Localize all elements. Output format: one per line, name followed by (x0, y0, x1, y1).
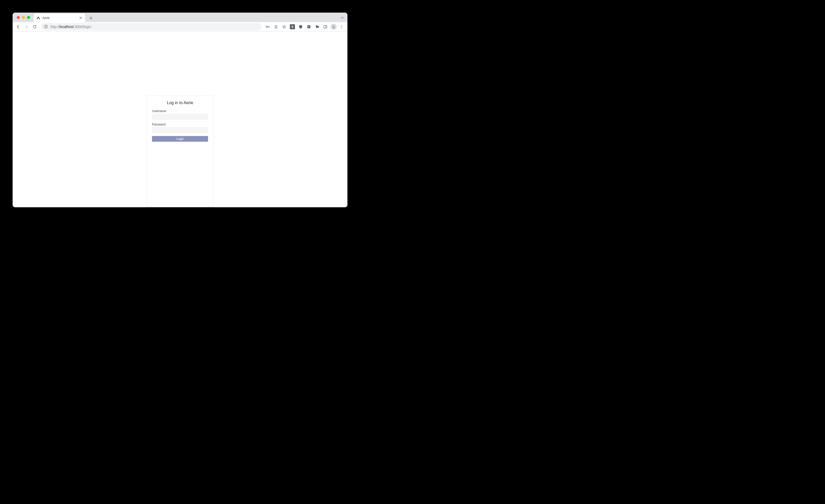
url-host: localhost (59, 25, 74, 29)
page-content: Log in to Aerie Username Password Login (13, 31, 348, 207)
login-title: Log in to Aerie (152, 100, 208, 105)
extension-icon-2[interactable] (297, 23, 304, 30)
window-controls (17, 16, 30, 19)
new-tab-button[interactable] (87, 14, 94, 21)
svg-point-11 (342, 26, 342, 27)
password-input[interactable] (152, 127, 208, 133)
username-input[interactable] (152, 114, 208, 120)
tab-title: Aerie (43, 16, 50, 20)
svg-point-1 (46, 26, 46, 26)
password-key-icon[interactable] (264, 23, 271, 30)
extension-icon-1[interactable]: S (289, 23, 296, 30)
back-button[interactable] (15, 23, 22, 30)
browser-tab[interactable]: Aerie (34, 14, 85, 22)
site-info-icon[interactable] (44, 25, 48, 28)
window-maximize-button[interactable] (27, 16, 30, 19)
svg-rect-4 (307, 25, 310, 28)
forward-button[interactable] (23, 23, 30, 30)
login-card: Log in to Aerie Username Password Login (147, 96, 214, 207)
login-button[interactable]: Login (152, 136, 208, 142)
svg-point-10 (342, 25, 342, 26)
window-minimize-button[interactable] (22, 16, 25, 19)
svg-point-3 (266, 26, 268, 27)
svg-rect-7 (324, 25, 327, 28)
svg-point-9 (333, 25, 334, 26)
url-text: http://localhost:3000/login (51, 25, 91, 29)
tab-bar: Aerie (13, 13, 348, 22)
profile-button[interactable] (330, 23, 337, 30)
password-label: Password (152, 123, 208, 126)
svg-point-12 (342, 27, 342, 28)
side-panel-icon[interactable] (322, 23, 329, 30)
extension-icon-3[interactable] (305, 23, 312, 30)
menu-button[interactable] (338, 23, 346, 30)
address-bar[interactable]: http://localhost:3000/login (41, 23, 261, 30)
toolbar-right: S (264, 23, 346, 30)
window-close-button[interactable] (17, 16, 20, 19)
aerie-favicon-icon (36, 16, 41, 20)
svg-point-6 (309, 26, 310, 27)
username-label: Username (152, 109, 208, 113)
username-group: Username (152, 109, 208, 120)
bookmark-star-icon[interactable] (281, 23, 288, 30)
svg-point-5 (308, 26, 309, 27)
url-prefix: http:// (51, 25, 59, 29)
extensions-puzzle-icon[interactable] (313, 23, 321, 30)
browser-toolbar: http://localhost:3000/login S (13, 22, 348, 31)
reload-button[interactable] (31, 23, 38, 30)
profile-avatar-icon (330, 24, 336, 30)
share-icon[interactable] (272, 23, 280, 30)
close-tab-button[interactable] (78, 16, 83, 20)
url-path: :3000/login (74, 25, 91, 29)
tabs-dropdown-button[interactable] (340, 15, 345, 20)
browser-window: Aerie http://localhost:3000/login (13, 13, 348, 207)
password-group: Password (152, 123, 208, 133)
